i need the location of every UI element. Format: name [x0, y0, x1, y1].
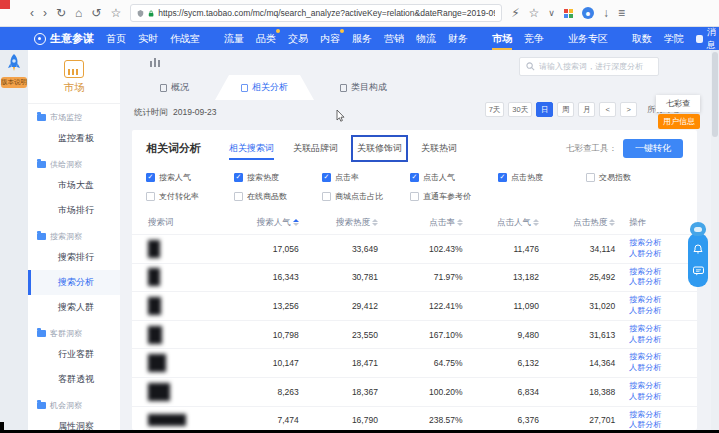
chevron-down-icon[interactable]: ∨ — [548, 9, 555, 18]
nav-item-home[interactable]: 首页 — [106, 28, 126, 50]
address-bar[interactable]: https://sycm.taobao.com/mc/mq/search_ana… — [130, 4, 502, 22]
nav-item-market[interactable]: 市场 — [492, 28, 512, 50]
lightning-icon[interactable]: ⚡ — [511, 7, 519, 19]
sort-icon[interactable] — [533, 219, 539, 226]
metric-checkbox-click-rate[interactable]: 点击率 — [322, 172, 410, 183]
corner-letterbox — [0, 422, 4, 433]
menu-icon[interactable]: ≡ — [618, 7, 625, 19]
nav-item-trade[interactable]: 交易 — [288, 28, 308, 50]
nav-item-business-zone[interactable]: 业务专区 — [568, 28, 608, 50]
refresh-icon[interactable]: ↻ — [56, 7, 66, 19]
sort-icon[interactable] — [372, 219, 378, 226]
search-analysis-link[interactable]: 搜索分析 — [629, 295, 697, 306]
crowd-analysis-link[interactable]: 人群分析 — [629, 392, 697, 403]
range-day-button[interactable]: 日 — [536, 102, 553, 117]
brand[interactable]: 生意参谋 — [34, 31, 94, 46]
metric-checkbox-click-popularity[interactable]: 点击人气 — [410, 172, 498, 183]
metric-checkbox-click-heat[interactable]: 点击热度 — [498, 172, 586, 183]
sidebar-item-search-ranking[interactable]: 搜索排行 — [28, 245, 120, 270]
metric-checkbox-ztc-ref-price[interactable]: 直通车参考价 — [410, 191, 498, 202]
col-click-heat[interactable]: 点击热度 — [553, 212, 629, 235]
download-icon[interactable]: ↓ — [603, 7, 609, 19]
extensions-grid-icon[interactable] — [564, 9, 573, 18]
crowd-analysis-link[interactable]: 人群分析 — [629, 306, 697, 317]
scrollbar-thumb[interactable] — [712, 52, 718, 137]
metric-checkbox-pay-conversion[interactable]: 支付转化率 — [146, 191, 234, 202]
crowd-analysis-link[interactable]: 人群分析 — [629, 335, 697, 346]
redacted-keyword — [148, 297, 161, 315]
tab-related-hot-words[interactable]: 关联热词 — [419, 139, 459, 158]
range-week-button[interactable]: 周 — [557, 102, 574, 117]
nav-item-finance[interactable]: 财务 — [448, 28, 468, 50]
back-icon[interactable]: ‹ — [30, 7, 34, 19]
crowd-analysis-link[interactable]: 人群分析 — [629, 363, 697, 374]
nav-messages[interactable]: 消息 — [696, 26, 719, 52]
col-search-heat[interactable]: 搜索热度 — [313, 212, 392, 235]
messenger-extension-icon[interactable]: ☻ — [582, 7, 594, 19]
mascot-avatar[interactable] — [690, 222, 706, 236]
tab-overview[interactable]: 概况 — [134, 75, 215, 100]
page-scrollbar[interactable] — [711, 50, 719, 430]
qicaicha-floating-button[interactable]: 七彩查 — [656, 95, 700, 112]
col-click-popularity[interactable]: 点击人气 — [477, 212, 553, 235]
tab-related-modifier-words[interactable]: 关联修饰词 — [355, 139, 404, 158]
favorite-star-icon[interactable]: ☆ — [529, 7, 540, 19]
crowd-analysis-link[interactable]: 人群分析 — [629, 420, 697, 430]
nav-item-warroom[interactable]: 作战室 — [170, 28, 200, 50]
nav-item-realtime[interactable]: 实时 — [138, 28, 158, 50]
chat-icon[interactable] — [693, 266, 704, 276]
bell-icon[interactable] — [693, 244, 703, 254]
search-analysis-link[interactable]: 搜索分析 — [629, 381, 697, 392]
tab-related-search-words[interactable]: 相关搜索词 — [227, 139, 276, 158]
nav-item-content[interactable]: 内容 — [320, 28, 340, 50]
range-30d-button[interactable]: 30天 — [508, 102, 532, 117]
sidebar-item-market-ranking[interactable]: 市场排行 — [28, 198, 120, 223]
prev-date-button[interactable]: < — [599, 102, 616, 117]
user-info-floating-button[interactable]: 用户信息 — [658, 114, 700, 129]
nav-item-logistics[interactable]: 物流 — [416, 28, 436, 50]
range-7d-button[interactable]: 7天 — [485, 102, 505, 117]
next-date-button[interactable]: > — [620, 102, 637, 117]
sort-icon[interactable] — [609, 219, 615, 226]
sidebar-item-customer-perspective[interactable]: 客群透视 — [28, 367, 120, 392]
nav-item-data-fetch[interactable]: 取数 — [632, 28, 652, 50]
sidebar-header: 市场 — [28, 50, 120, 104]
forward-icon[interactable]: › — [43, 7, 47, 19]
metric-checkbox-search-heat[interactable]: 搜索热度 — [234, 172, 322, 183]
sort-icon[interactable] — [457, 219, 463, 226]
col-search-popularity[interactable]: 搜索人气 — [234, 212, 313, 235]
sidebar-item-search-analysis[interactable]: 搜索分析 — [28, 270, 120, 295]
sidebar-item-industry-customers[interactable]: 行业客群 — [28, 342, 120, 367]
metric-checkbox-trade-index[interactable]: 交易指数 — [586, 172, 674, 183]
nav-item-marketing[interactable]: 营销 — [384, 28, 404, 50]
sidebar-item-search-crowd[interactable]: 搜索人群 — [28, 295, 120, 320]
search-analysis-link[interactable]: 搜索分析 — [629, 324, 697, 335]
version-tooltip[interactable]: 版本说明 — [1, 77, 27, 88]
keyword-search-box[interactable] — [519, 57, 659, 76]
nav-item-competition[interactable]: 竞争 — [524, 28, 544, 50]
rocket-icon[interactable] — [6, 54, 22, 74]
metric-checkbox-online-products[interactable]: 在线商品数 — [234, 191, 322, 202]
metric-checkbox-search-popularity[interactable]: 搜索人气 — [146, 172, 234, 183]
tab-category-composition[interactable]: 类目构成 — [314, 75, 413, 100]
search-analysis-link[interactable]: 搜索分析 — [629, 410, 697, 421]
nav-item-traffic[interactable]: 流量 — [224, 28, 244, 50]
tab-relation-analysis[interactable]: 相关分析 — [215, 75, 314, 100]
history-icon[interactable]: ↺ — [91, 7, 101, 19]
search-input[interactable] — [539, 62, 652, 71]
range-month-button[interactable]: 月 — [578, 102, 595, 117]
home-icon[interactable]: ⌂ — [75, 7, 82, 19]
nav-item-service[interactable]: 服务 — [352, 28, 372, 50]
sidebar-item-monitor-board[interactable]: 监控看板 — [28, 126, 120, 151]
metric-checkbox-mall-click-share[interactable]: 商城点击占比 — [322, 191, 410, 202]
search-analysis-link[interactable]: 搜索分析 — [629, 352, 697, 363]
sort-icon[interactable] — [293, 219, 299, 226]
nav-item-academy[interactable]: 学院 — [664, 28, 684, 50]
sidebar-item-market-overview[interactable]: 市场大盘 — [28, 173, 120, 198]
nav-item-category[interactable]: 品类 — [256, 28, 276, 50]
bookmark-icon[interactable]: ☆ — [110, 7, 121, 19]
tab-related-brand-words[interactable]: 关联品牌词 — [291, 139, 340, 158]
col-click-rate[interactable]: 点击率 — [392, 212, 477, 235]
stat-date-value[interactable]: 2019-09-23 — [173, 107, 216, 119]
one-click-convert-button[interactable]: 一键转化 — [623, 139, 683, 158]
